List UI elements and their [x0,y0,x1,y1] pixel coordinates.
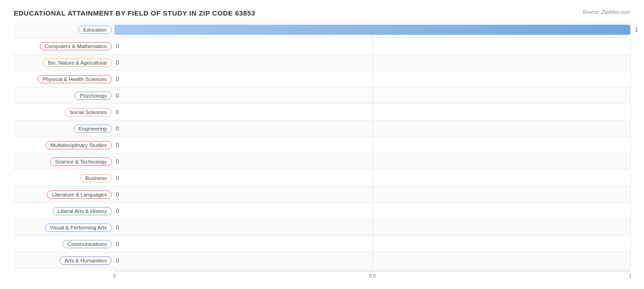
bar-value-label: 0 [116,208,119,214]
bar-wrapper: 0 [115,186,630,202]
bar-wrapper: 0 [115,203,630,219]
bar-wrapper: 0 [115,153,630,169]
bar-label-pill: Liberal Arts & History [53,207,112,215]
bar-row: Business0 [14,170,630,186]
bar-row: Psychology0 [14,87,630,104]
bar-row: Physical & Health Sciences0 [14,71,630,87]
bar-label: Science & Technology [14,158,115,166]
bar-value-label: 0 [116,175,119,181]
bar-label-pill: Psychology [75,92,112,100]
bar-wrapper: 0 [115,252,630,268]
bar-value-label: 0 [116,142,119,148]
bar-label-pill: Communications [62,240,112,248]
bar-label-pill: Computers & Mathematics [40,42,112,50]
bar-row: Science & Technology0 [14,153,630,170]
bar-label-pill: Education [78,26,112,34]
bar-label: Social Sciences [14,108,115,116]
bar-wrapper: 0 [115,71,630,87]
bar-wrapper: 0 [115,219,630,235]
bar-fill [115,25,630,35]
bar-row: Literature & Languages0 [14,186,630,203]
bar-label: Computers & Mathematics [14,42,115,50]
chart-source: Source: ZipAtlas.com [582,9,630,15]
bar-wrapper: 0 [115,104,630,120]
bar-row: Multidisciplinary Studies0 [14,137,630,153]
bar-row: Liberal Arts & History0 [14,203,630,219]
bar-label: Multidisciplinary Studies [14,141,115,149]
bar-label: Literature & Languages [14,191,115,199]
bar-value-label: 0 [116,158,119,165]
bar-label: Engineering [14,125,115,133]
bar-label-pill: Physical & Health Sciences [38,75,112,83]
bar-label: Visual & Performing Arts [14,224,115,232]
bar-label-pill: Multidisciplinary Studies [45,141,112,149]
bar-label: Bio, Nature & Agricultural [14,59,115,67]
bar-label-pill: Engineering [74,125,112,133]
bar-label: Arts & Humanities [14,256,115,265]
chart-container: EDUCATIONAL ATTAINMENT BY FIELD OF STUDY… [0,0,644,289]
bar-label: Psychology [14,92,115,100]
bar-label-pill: Bio, Nature & Agricultural [43,59,112,67]
bar-value-label: 0 [116,224,119,231]
bar-value-label: 0 [116,109,119,115]
x-axis: 00.51 [115,271,630,273]
bar-wrapper: 1 [115,22,630,38]
bar-row: Arts & Humanities0 [14,252,630,269]
chart-title: EDUCATIONAL ATTAINMENT BY FIELD OF STUDY… [14,9,630,17]
bar-label-pill: Science & Technology [50,158,112,166]
bar-wrapper: 0 [115,236,630,252]
bar-row: Education1 [14,22,630,38]
bar-row: Visual & Performing Arts0 [14,219,630,236]
chart-area: Education1Computers & Mathematics0Bio, N… [14,22,630,256]
bar-label: Education [14,26,115,34]
bar-label-pill: Literature & Languages [47,191,112,199]
bar-wrapper: 0 [115,87,630,104]
bar-value-label: 0 [116,60,119,66]
bar-value-label: 0 [116,191,119,198]
x-axis-label: 0.5 [369,273,376,278]
bar-row: Communications0 [14,236,630,252]
bar-row: Social Sciences0 [14,104,630,120]
bar-wrapper: 0 [115,170,630,186]
bar-label: Physical & Health Sciences [14,75,115,83]
x-axis-label: 0 [113,273,116,278]
bar-value-label: 0 [116,257,119,264]
bar-value-label: 0 [116,93,119,99]
bar-label: Communications [14,240,115,248]
bar-row: Bio, Nature & Agricultural0 [14,55,630,71]
bar-wrapper: 0 [115,55,630,71]
bar-wrapper: 0 [115,120,630,136]
x-axis-label: 1 [629,273,632,278]
bar-label-pill: Visual & Performing Arts [45,224,112,232]
bar-label: Business [14,174,115,182]
bar-label-pill: Social Sciences [65,108,112,116]
bar-label-pill: Arts & Humanities [60,256,112,265]
bar-row: Computers & Mathematics0 [14,38,630,55]
bar-value-label: 0 [116,125,119,132]
bar-value-label: 1 [635,27,638,33]
bar-value-label: 0 [116,241,119,247]
bar-label: Liberal Arts & History [14,207,115,215]
bar-row: Engineering0 [14,120,630,137]
bar-wrapper: 0 [115,38,630,54]
bar-label-pill: Business [80,174,112,182]
bars-section: Education1Computers & Mathematics0Bio, N… [14,22,630,269]
bar-value-label: 0 [116,76,119,82]
bar-value-label: 0 [116,43,119,49]
bar-wrapper: 0 [115,137,630,153]
